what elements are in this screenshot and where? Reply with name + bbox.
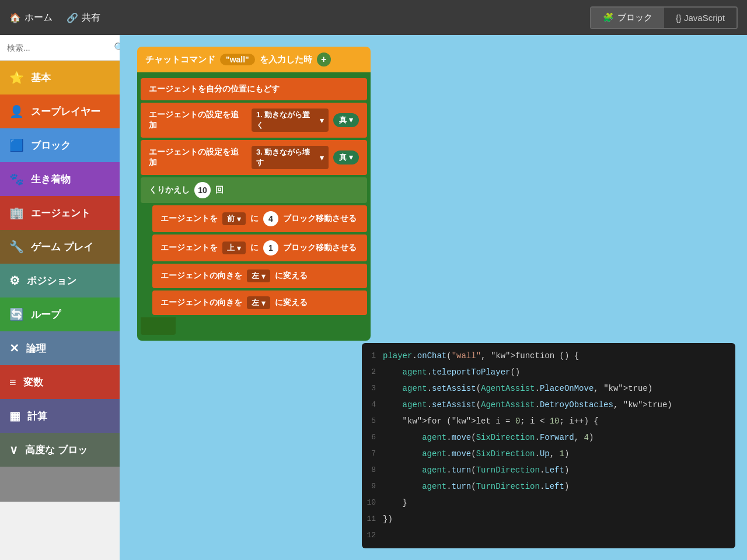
block-icon: 🟦 bbox=[9, 138, 24, 152]
action3-val[interactable]: 真 ▾ bbox=[333, 150, 359, 164]
sidebar-item-position[interactable]: ⚙ポジション bbox=[0, 264, 120, 298]
move2-num[interactable]: 1 bbox=[263, 240, 278, 256]
code-line: 3 agent.setAssist(AgentAssist.PlaceOnMov… bbox=[362, 380, 735, 397]
gameplay-icon: 🔧 bbox=[9, 240, 24, 254]
action2-val[interactable]: 真 ▾ bbox=[333, 113, 359, 127]
share-label: 共有 bbox=[82, 12, 100, 24]
sidebar-item-loop[interactable]: 🔄ループ bbox=[0, 298, 120, 331]
code-panel-inner: 1player.onChat("wall", "kw">function () … bbox=[362, 343, 735, 548]
bottom-connector bbox=[141, 317, 176, 335]
blocks-container: エージェントを自分の位置にもどす エージェントの設定を追加 1. 動きながら置く… bbox=[137, 72, 371, 341]
line-number: 9 bbox=[362, 480, 383, 493]
move2-suffix: ブロック移動させる bbox=[283, 243, 357, 253]
line-number: 3 bbox=[362, 382, 383, 395]
event-block[interactable]: チャットコマンド "wall" を入力した時 + bbox=[137, 47, 371, 72]
event-suffix: を入力した時 bbox=[260, 54, 312, 65]
turn2-suffix: に変える bbox=[275, 298, 308, 308]
main-layout: 🔍 ⭐基本👤スープレイヤー🟦ブロック🐾生き着物🏢エージェント🔧ゲーム プレイ⚙ポ… bbox=[0, 35, 747, 560]
home-nav[interactable]: 🏠 ホーム bbox=[9, 12, 53, 24]
sidebar-item-logic[interactable]: ✕論理 bbox=[0, 331, 120, 365]
line-number: 11 bbox=[362, 513, 383, 526]
basic-icon: ⭐ bbox=[9, 71, 24, 85]
sidebar-item-basic[interactable]: ⭐基本 bbox=[0, 61, 120, 94]
line-number: 10 bbox=[362, 496, 383, 509]
line-content: agent.setAssist(AgentAssist.DetroyObstac… bbox=[383, 398, 672, 411]
move1-prefix: エージェントを bbox=[160, 214, 218, 224]
action-move-forward[interactable]: エージェントを 前 ▾ に 4 ブロック移動させる bbox=[152, 205, 367, 232]
sidebar-label-block: ブロック bbox=[31, 139, 71, 152]
action3-opt: 3. 動きながら壊す bbox=[256, 147, 317, 168]
sidebar-item-gameplay[interactable]: 🔧ゲーム プレイ bbox=[0, 230, 120, 264]
move1-dir-dropdown[interactable]: 前 ▾ bbox=[222, 212, 246, 225]
code-line: 7 agent.move(SixDirection.Up, 1) bbox=[362, 446, 735, 462]
action-setassist-1[interactable]: エージェントの設定を追加 1. 動きながら置く ▾ 真 ▾ bbox=[141, 103, 367, 138]
sidebar-label-logic: 論理 bbox=[26, 342, 46, 355]
move2-dir-dropdown[interactable]: 上 ▾ bbox=[222, 242, 246, 254]
code-line: 4 agent.setAssist(AgentAssist.DetroyObst… bbox=[362, 397, 735, 413]
code-line: 8 agent.turn(TurnDirection.Left) bbox=[362, 462, 735, 478]
action-turn-2[interactable]: エージェントの向きを 左 ▾ に変える bbox=[152, 290, 367, 315]
line-number: 8 bbox=[362, 464, 383, 477]
repeat-unit: 回 bbox=[215, 185, 224, 195]
action2-opt: 1. 動きながら置く bbox=[256, 110, 317, 131]
agent-icon: 🏢 bbox=[9, 206, 24, 220]
sidebar-label-basic: 基本 bbox=[31, 71, 51, 85]
action2-chevron: ▾ bbox=[320, 116, 324, 125]
search-box[interactable]: 🔍 bbox=[0, 35, 120, 61]
sidebar-label-advanced: 高度な ブロッ bbox=[25, 443, 88, 457]
move1-num[interactable]: 4 bbox=[263, 211, 278, 226]
action-teleport[interactable]: エージェントを自分の位置にもどす bbox=[141, 78, 367, 100]
action-setassist-2[interactable]: エージェントの設定を追加 3. 動きながら壊す ▾ 真 ▾ bbox=[141, 140, 367, 175]
sidebar-label-creature: 生き着物 bbox=[31, 173, 71, 186]
action-move-up[interactable]: エージェントを 上 ▾ に 1 ブロック移動させる bbox=[152, 235, 367, 261]
view-tab-group: 🧩 ブロック {} JavaScript bbox=[590, 6, 738, 29]
action2-val-chevron: ▾ bbox=[349, 116, 353, 124]
sidebar-item-calc[interactable]: ▦計算 bbox=[0, 399, 120, 433]
add-block-button[interactable]: + bbox=[317, 52, 331, 66]
variable-icon: ≡ bbox=[9, 376, 16, 389]
sidebar-item-creature[interactable]: 🐾生き着物 bbox=[0, 162, 120, 196]
line-content: } bbox=[383, 496, 407, 509]
repeat-label: くりかえし bbox=[149, 185, 190, 195]
tab-javascript[interactable]: {} JavaScript bbox=[664, 8, 736, 28]
repeat-block[interactable]: くりかえし 10 回 bbox=[141, 177, 367, 203]
line-number: 4 bbox=[362, 398, 383, 411]
share-icon: 🔗 bbox=[67, 12, 78, 23]
line-content: agent.move(SixDirection.Forward, 4) bbox=[383, 431, 594, 444]
action3-prefix: エージェントの設定を追加 bbox=[149, 147, 247, 168]
search-input[interactable] bbox=[7, 43, 109, 52]
tab-block[interactable]: 🧩 ブロック bbox=[591, 8, 664, 28]
position-icon: ⚙ bbox=[9, 274, 20, 288]
action-turn-1[interactable]: エージェントの向きを 左 ▾ に変える bbox=[152, 264, 367, 288]
tab-js-label: {} JavaScript bbox=[676, 13, 725, 23]
turn1-dir: 左 bbox=[252, 271, 259, 281]
sidebar-item-agent[interactable]: 🏢エージェント bbox=[0, 196, 120, 230]
action2-dropdown[interactable]: 1. 動きながら置く ▾ bbox=[252, 108, 329, 132]
share-nav[interactable]: 🔗 共有 bbox=[67, 12, 100, 24]
repeat-count[interactable]: 10 bbox=[194, 182, 211, 198]
advanced-icon: ∨ bbox=[9, 443, 18, 457]
sidebar-items: ⭐基本👤スープレイヤー🟦ブロック🐾生き着物🏢エージェント🔧ゲーム プレイ⚙ポジシ… bbox=[0, 61, 120, 467]
turn1-prefix: エージェントの向きを bbox=[160, 271, 242, 281]
sidebar-label-calc: 計算 bbox=[27, 410, 47, 423]
line-number: 1 bbox=[362, 349, 383, 362]
loop-icon: 🔄 bbox=[9, 307, 24, 321]
sidebar-label-position: ポジション bbox=[27, 274, 76, 288]
code-line: 11}) bbox=[362, 511, 735, 527]
sidebar-item-advanced[interactable]: ∨高度な ブロッ bbox=[0, 433, 120, 467]
player-icon: 👤 bbox=[9, 104, 24, 118]
sidebar-item-variable[interactable]: ≡変数 bbox=[0, 365, 120, 399]
move2-mid: に bbox=[250, 243, 259, 253]
sidebar-item-block[interactable]: 🟦ブロック bbox=[0, 128, 120, 162]
calc-icon: ▦ bbox=[9, 409, 20, 423]
turn1-dir-dropdown[interactable]: 左 ▾ bbox=[247, 270, 270, 282]
turn2-dir-dropdown[interactable]: 左 ▾ bbox=[247, 296, 270, 309]
move2-dir: 上 bbox=[227, 243, 235, 253]
move1-suffix: ブロック移動させる bbox=[283, 214, 357, 224]
sidebar-item-player[interactable]: 👤スープレイヤー bbox=[0, 94, 120, 128]
turn2-prefix: エージェントの向きを bbox=[160, 298, 242, 308]
code-line: 1player.onChat("wall", "kw">function () … bbox=[362, 348, 735, 364]
action3-dropdown[interactable]: 3. 動きながら壊す ▾ bbox=[252, 146, 329, 169]
event-value[interactable]: "wall" bbox=[220, 54, 255, 65]
action1-label: エージェントを自分の位置にもどす bbox=[149, 84, 280, 94]
